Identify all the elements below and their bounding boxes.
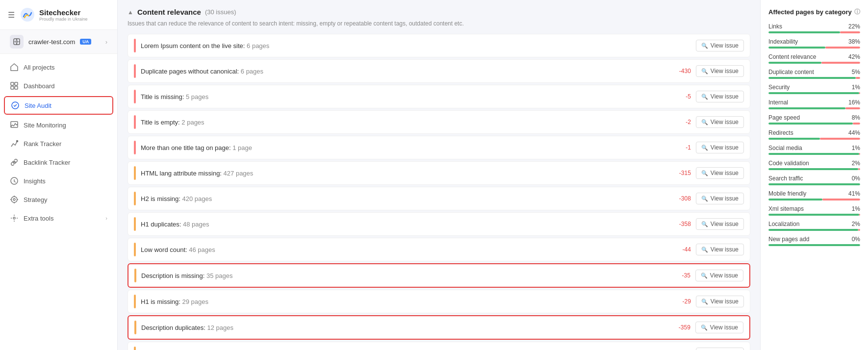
progress-fill-green <box>768 183 860 185</box>
sidebar-item-strategy[interactable]: Strategy <box>0 190 117 209</box>
issue-name: Lorem Ipsum content on the live site: 6 … <box>141 42 662 50</box>
view-issue-button[interactable]: 🔍View issue <box>696 244 744 255</box>
site-selector[interactable]: crawler-test.com UA › <box>0 30 117 54</box>
sidebar-item-label: Site Monitoring <box>24 122 107 129</box>
issue-name: H1 duplicates: 48 pages <box>141 221 662 228</box>
progress-fill-red <box>825 47 860 49</box>
issue-row: H2 is missing: 420 pages-308🔍View issue <box>128 187 750 210</box>
sidebar-item-dashboard[interactable]: Dashboard <box>0 76 117 95</box>
svg-point-12 <box>11 197 17 202</box>
logo-text: Sitechecker Proudly made in Ukraine <box>39 8 88 22</box>
view-issue-button[interactable]: 🔍View issue <box>695 322 743 333</box>
logo-icon <box>20 7 35 23</box>
progress-fill-green <box>768 153 859 155</box>
category-item: Xml sitemaps1% <box>768 205 860 216</box>
issue-severity-indicator <box>134 269 136 282</box>
issue-name: Title is empty: 2 pages <box>141 119 662 126</box>
issue-score: -359 <box>666 324 690 331</box>
view-issue-button[interactable]: 🔍View issue <box>696 65 744 77</box>
progress-fill-red <box>821 62 860 64</box>
view-issue-label: View issue <box>711 93 739 100</box>
category-pct: 38% <box>848 38 860 45</box>
monitoring-icon <box>10 121 19 129</box>
category-header: Duplicate content5% <box>768 69 860 75</box>
category-name: Search traffic <box>768 175 803 182</box>
view-issue-button[interactable]: 🔍View issue <box>696 167 744 179</box>
issue-row: More than one title tag on page: 1 page-… <box>128 136 750 159</box>
issue-name: Duplicate pages without canonical: 6 pag… <box>141 68 662 75</box>
search-icon: 🔍 <box>701 119 708 125</box>
issue-score: -5 <box>666 93 691 100</box>
issue-score: -358 <box>666 221 691 227</box>
category-header: Code validation2% <box>768 160 860 167</box>
view-issue-button[interactable]: 🔍View issue <box>696 348 744 350</box>
hamburger-icon[interactable]: ☰ <box>8 10 15 20</box>
section-description: Issues that can reduce the relevance of … <box>128 20 750 27</box>
backlink-icon <box>10 158 19 167</box>
issue-score: -2 <box>666 119 691 125</box>
view-issue-button[interactable]: 🔍View issue <box>696 116 744 128</box>
view-issue-button[interactable]: 🔍View issue <box>696 296 744 307</box>
sidebar-item-site-monitoring[interactable]: Site Monitoring <box>0 116 117 134</box>
svg-point-13 <box>13 217 15 219</box>
view-issue-button[interactable]: 🔍View issue <box>696 40 744 51</box>
strategy-icon <box>10 195 19 204</box>
issue-row: H1 is empty: 5 pages-5🔍View issue <box>128 342 750 350</box>
audit-icon <box>11 101 20 110</box>
view-issue-button[interactable]: 🔍View issue <box>696 193 744 204</box>
svg-rect-3 <box>11 82 14 85</box>
view-issue-button[interactable]: 🔍View issue <box>696 91 744 102</box>
progress-bar <box>768 199 860 200</box>
view-issue-label: View issue <box>711 221 739 227</box>
progress-bar <box>768 183 860 185</box>
search-icon: 🔍 <box>701 145 708 151</box>
category-item: Social media1% <box>768 145 860 155</box>
sidebar-item-label: All projects <box>24 64 107 71</box>
category-pct: 1% <box>852 84 860 91</box>
progress-fill-red <box>822 199 860 200</box>
sidebar-nav: All projects Dashboard Site Audit Site M… <box>0 54 117 350</box>
site-arrow: › <box>105 38 107 46</box>
panel-title: Affected pages by category ⓘ <box>768 8 860 16</box>
issue-name: HTML lang attribute missing: 427 pages <box>141 170 662 177</box>
section-header: ▲ Content relevance (30 issues) <box>128 8 750 16</box>
progress-bar <box>768 168 860 170</box>
site-name: crawler-test.com <box>28 38 75 46</box>
category-item: Security1% <box>768 84 860 94</box>
svg-point-9 <box>17 141 18 142</box>
category-name: Indexability <box>768 38 798 45</box>
sidebar-item-rank-tracker[interactable]: Rank Tracker <box>0 134 117 153</box>
insights-icon <box>10 176 19 185</box>
home-icon <box>10 63 19 72</box>
progress-fill-red <box>853 123 860 125</box>
sidebar-item-site-audit[interactable]: Site Audit <box>4 96 113 115</box>
view-issue-label: View issue <box>710 272 738 279</box>
section-toggle[interactable]: ▲ <box>128 9 133 16</box>
categories-list: Links22%Indexability38%Content relevance… <box>768 23 860 246</box>
issue-row: Description duplicates: 12 pages-359🔍Vie… <box>128 315 750 340</box>
category-header: Mobile friendly41% <box>768 190 860 197</box>
issue-severity-indicator <box>134 90 136 103</box>
category-name: Social media <box>768 145 802 151</box>
progress-fill-green <box>768 168 858 170</box>
sidebar-item-backlink-tracker[interactable]: Backlink Tracker <box>0 153 117 172</box>
view-issue-button[interactable]: 🔍View issue <box>695 270 743 281</box>
sidebar-item-insights[interactable]: Insights <box>0 172 117 190</box>
category-header: Social media1% <box>768 145 860 151</box>
category-pct: 16% <box>848 99 860 106</box>
search-icon: 🔍 <box>701 247 708 253</box>
category-name: Redirects <box>768 129 793 136</box>
category-item: Redirects44% <box>768 129 860 140</box>
progress-fill-red <box>859 92 860 94</box>
sidebar-item-all-projects[interactable]: All projects <box>0 58 117 76</box>
progress-bar <box>768 229 860 231</box>
sidebar-item-extra-tools[interactable]: Extra tools › <box>0 209 117 227</box>
main-content: ▲ Content relevance (30 issues) Issues t… <box>118 0 868 350</box>
category-header: Internal16% <box>768 99 860 106</box>
category-name: Mobile friendly <box>768 190 806 197</box>
category-item: Code validation2% <box>768 160 860 170</box>
view-issue-button[interactable]: 🔍View issue <box>696 142 744 153</box>
search-icon: 🔍 <box>701 325 708 331</box>
view-issue-button[interactable]: 🔍View issue <box>696 218 744 230</box>
issue-severity-indicator <box>134 115 136 129</box>
